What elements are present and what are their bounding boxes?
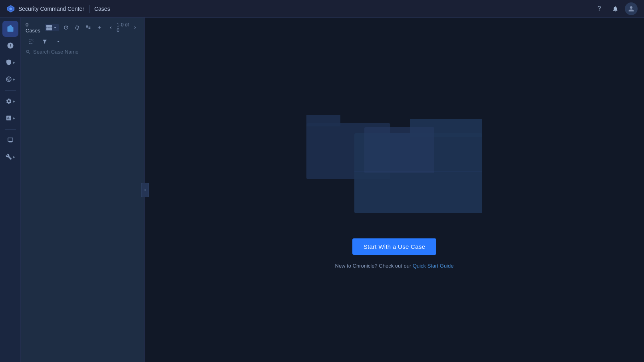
sidebar-arrow-5: ▶ — [13, 155, 15, 159]
sidebar-item-monitor[interactable] — [2, 132, 18, 148]
app-name: Security Command Center — [18, 6, 84, 12]
cases-panel: 0 Cases — [21, 18, 145, 362]
prev-icon — [108, 25, 113, 30]
grid-view-icon — [46, 25, 52, 30]
next-page-button[interactable] — [131, 22, 139, 33]
pagination: 1-0 of 0 — [106, 22, 139, 33]
settings-icon — [6, 98, 12, 104]
svg-rect-7 — [306, 115, 340, 126]
sidebar-arrow-4: ▶ — [13, 116, 15, 120]
sidebar-item-cases[interactable] — [2, 21, 18, 37]
svg-rect-10 — [364, 127, 434, 173]
sidebar-item-shield[interactable]: ▶ — [2, 54, 18, 70]
top-nav-right: ? — [593, 2, 638, 15]
shield-icon — [6, 59, 12, 66]
filter-settings-icon — [28, 39, 34, 44]
chevron-down-icon — [56, 39, 61, 44]
radar-icon — [6, 76, 12, 82]
sidebar: ▶ ▶ ▶ ▶ — [0, 18, 21, 362]
page-title: Cases — [94, 6, 110, 12]
logo-icon — [6, 4, 15, 13]
sidebar-divider-2 — [5, 129, 16, 130]
empty-state: Start With a Use Case New to Chronicle? … — [335, 238, 454, 269]
sidebar-item-radar[interactable]: ▶ — [2, 71, 18, 87]
sidebar-item-alerts[interactable] — [2, 38, 18, 54]
collapse-icon — [143, 188, 147, 192]
add-icon — [97, 25, 102, 30]
page-info: 1-0 of 0 — [117, 22, 129, 33]
bell-icon — [612, 6, 618, 12]
search-icon — [26, 49, 31, 55]
search-box — [26, 47, 139, 56]
svg-point-5 — [8, 79, 9, 80]
collapse-panel-button[interactable] — [141, 183, 149, 197]
prev-page-button[interactable] — [106, 22, 115, 33]
sidebar-item-settings[interactable]: ▶ — [2, 93, 18, 109]
avatar-icon — [628, 6, 634, 12]
alerts-icon — [7, 42, 14, 49]
filter-dropdown-button[interactable] — [53, 36, 64, 47]
sidebar-arrow-3: ▶ — [13, 100, 15, 103]
next-icon — [133, 25, 137, 30]
cases-icon — [7, 25, 14, 32]
sidebar-arrow-2: ▶ — [13, 78, 15, 81]
funnel-icon — [42, 39, 48, 44]
cases-toolbar: 0 Cases — [21, 18, 144, 59]
view-toggle[interactable] — [45, 24, 59, 31]
nav-divider — [89, 5, 89, 13]
sidebar-item-tools[interactable]: ▶ — [2, 149, 18, 165]
sync-icon — [74, 25, 80, 30]
add-case-button[interactable] — [95, 22, 104, 33]
sidebar-item-analytics[interactable]: ▶ — [2, 110, 18, 126]
sidebar-arrow: ▶ — [13, 61, 15, 64]
filter-settings-button[interactable] — [26, 36, 37, 47]
filter-button[interactable] — [39, 36, 50, 47]
main-content-area: Start With a Use Case New to Chronicle? … — [145, 18, 644, 362]
app-logo: Security Command Center — [6, 4, 84, 13]
sync-button[interactable] — [73, 22, 81, 33]
refresh-icon — [63, 25, 69, 30]
main-layout: ▶ ▶ ▶ ▶ — [0, 18, 644, 362]
user-avatar[interactable] — [625, 2, 638, 15]
monitor-icon — [7, 137, 14, 143]
start-use-case-button[interactable]: Start With a Use Case — [352, 238, 437, 255]
toolbar-row-2 — [26, 36, 139, 47]
notification-button[interactable] — [609, 2, 622, 15]
layout-icon — [85, 25, 91, 30]
cases-count: 0 Cases — [26, 22, 41, 34]
quick-start-link[interactable]: Quick Start Guide — [413, 263, 454, 269]
sidebar-divider-1 — [5, 90, 16, 91]
toolbar-row-1: 0 Cases — [26, 22, 139, 34]
quick-start-text: New to Chronicle? Check out our Quick St… — [335, 263, 454, 269]
top-navigation: Security Command Center Cases ? — [0, 0, 644, 18]
search-input[interactable] — [33, 49, 139, 55]
dropdown-arrow-icon — [53, 25, 58, 30]
tools-icon — [6, 154, 12, 160]
help-button[interactable]: ? — [593, 2, 606, 15]
analytics-icon — [6, 115, 12, 121]
refresh-button[interactable] — [62, 22, 70, 33]
empty-state-illustration — [306, 111, 482, 219]
layout-button[interactable] — [84, 22, 93, 33]
